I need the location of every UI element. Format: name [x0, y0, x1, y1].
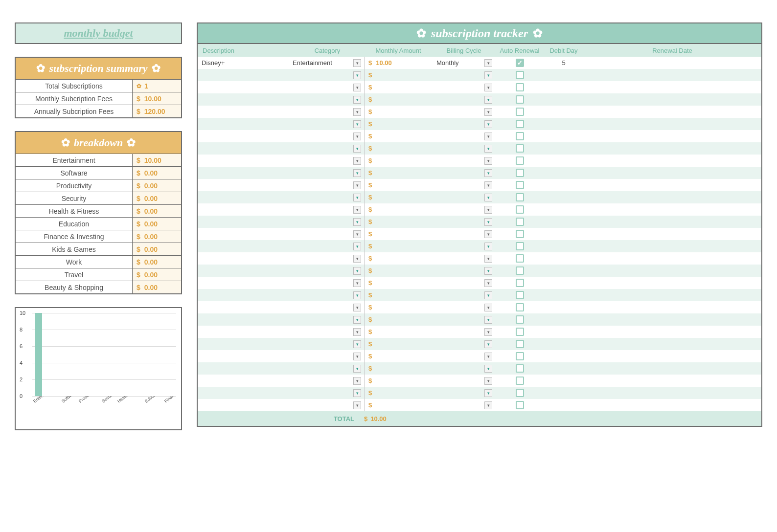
cell-amount[interactable]: $10.00 [364, 57, 433, 69]
checkbox[interactable] [516, 352, 524, 360]
cell-auto-renewal[interactable] [495, 81, 544, 93]
chevron-down-icon[interactable]: ▾ [484, 181, 492, 189]
cell-renewal-date[interactable] [583, 265, 761, 277]
cell-debit-day[interactable] [544, 118, 583, 130]
chevron-down-icon[interactable]: ▾ [353, 194, 361, 201]
cell-billing[interactable]: ▾ [433, 203, 495, 216]
cell-debit-day[interactable] [544, 179, 583, 191]
cell-renewal-date[interactable] [583, 375, 761, 387]
cell-billing[interactable]: ▾ [433, 167, 495, 179]
cell-renewal-date[interactable] [583, 69, 761, 81]
cell-debit-day[interactable] [544, 106, 583, 118]
cell-category[interactable]: ▾ [291, 203, 364, 216]
cell-auto-renewal[interactable] [495, 167, 544, 179]
cell-description[interactable]: Disney+ [198, 57, 291, 69]
cell-amount[interactable]: $ [364, 399, 433, 411]
cell-debit-day[interactable]: 5 [544, 57, 583, 69]
cell-amount[interactable]: $ [364, 326, 433, 338]
chevron-down-icon[interactable]: ▾ [484, 328, 492, 336]
cell-billing[interactable]: ▾ [433, 191, 495, 203]
chevron-down-icon[interactable]: ▾ [353, 84, 361, 91]
cell-category[interactable]: ▾ [291, 216, 364, 228]
chevron-down-icon[interactable]: ▾ [484, 120, 492, 128]
chevron-down-icon[interactable]: ▾ [484, 401, 492, 409]
chevron-down-icon[interactable]: ▾ [484, 255, 492, 263]
cell-category[interactable]: ▾ [291, 301, 364, 313]
cell-renewal-date[interactable] [583, 228, 761, 240]
cell-billing[interactable]: ▾ [433, 155, 495, 167]
cell-renewal-date[interactable] [583, 81, 761, 93]
cell-renewal-date[interactable] [583, 179, 761, 191]
chevron-down-icon[interactable]: ▾ [484, 84, 492, 91]
checkbox[interactable] [516, 242, 524, 250]
cell-description[interactable] [198, 93, 291, 106]
cell-description[interactable] [198, 179, 291, 191]
cell-category[interactable]: ▾ [291, 142, 364, 155]
cell-billing[interactable]: ▾ [433, 93, 495, 106]
cell-billing[interactable]: ▾ [433, 118, 495, 130]
cell-description[interactable] [198, 387, 291, 399]
cell-renewal-date[interactable] [583, 240, 761, 252]
chevron-down-icon[interactable]: ▾ [353, 389, 361, 397]
cell-category[interactable]: ▾ [291, 265, 364, 277]
cell-billing[interactable]: ▾ [433, 106, 495, 118]
cell-auto-renewal[interactable] [495, 130, 544, 142]
cell-auto-renewal[interactable] [495, 155, 544, 167]
cell-category[interactable]: ▾ [291, 387, 364, 399]
chevron-down-icon[interactable]: ▾ [353, 120, 361, 128]
checkbox[interactable] [516, 132, 524, 140]
cell-amount[interactable]: $ [364, 130, 433, 142]
cell-auto-renewal[interactable] [495, 106, 544, 118]
cell-debit-day[interactable] [544, 130, 583, 142]
cell-amount[interactable]: $ [364, 387, 433, 399]
chevron-down-icon[interactable]: ▾ [353, 267, 361, 275]
cell-description[interactable] [198, 191, 291, 203]
cell-amount[interactable]: $ [364, 350, 433, 362]
cell-debit-day[interactable] [544, 338, 583, 350]
chevron-down-icon[interactable]: ▾ [353, 316, 361, 324]
cell-debit-day[interactable] [544, 313, 583, 326]
cell-debit-day[interactable] [544, 93, 583, 106]
cell-category[interactable]: ▾ [291, 375, 364, 387]
cell-billing[interactable]: ▾ [433, 142, 495, 155]
cell-billing[interactable]: ▾ [433, 252, 495, 265]
cell-debit-day[interactable] [544, 167, 583, 179]
cell-billing[interactable]: ▾ [433, 326, 495, 338]
checkbox[interactable] [516, 364, 524, 373]
chevron-down-icon[interactable]: ▾ [484, 230, 492, 238]
cell-description[interactable] [198, 375, 291, 387]
cell-debit-day[interactable] [544, 216, 583, 228]
checkbox[interactable] [516, 315, 524, 324]
cell-debit-day[interactable] [544, 387, 583, 399]
cell-debit-day[interactable] [544, 265, 583, 277]
cell-description[interactable] [198, 313, 291, 326]
cell-amount[interactable]: $ [364, 142, 433, 155]
cell-description[interactable] [198, 203, 291, 216]
cell-renewal-date[interactable] [583, 252, 761, 265]
cell-auto-renewal[interactable] [495, 57, 544, 69]
checkbox[interactable] [516, 266, 524, 275]
cell-amount[interactable]: $ [364, 216, 433, 228]
chevron-down-icon[interactable]: ▾ [353, 353, 361, 360]
cell-category[interactable]: ▾ [291, 118, 364, 130]
cell-debit-day[interactable] [544, 81, 583, 93]
chevron-down-icon[interactable]: ▾ [484, 316, 492, 324]
cell-amount[interactable]: $ [364, 106, 433, 118]
cell-renewal-date[interactable] [583, 57, 761, 69]
cell-debit-day[interactable] [544, 252, 583, 265]
chevron-down-icon[interactable]: ▾ [353, 377, 361, 385]
cell-description[interactable] [198, 252, 291, 265]
cell-billing[interactable]: ▾ [433, 277, 495, 289]
checkbox[interactable] [516, 303, 524, 311]
chevron-down-icon[interactable]: ▾ [353, 279, 361, 287]
cell-billing[interactable]: Monthly▾ [433, 57, 495, 69]
cell-amount[interactable]: $ [364, 81, 433, 93]
chevron-down-icon[interactable]: ▾ [353, 181, 361, 189]
cell-amount[interactable]: $ [364, 313, 433, 326]
cell-auto-renewal[interactable] [495, 326, 544, 338]
cell-category[interactable]: Entertainment▾ [291, 57, 364, 69]
cell-auto-renewal[interactable] [495, 228, 544, 240]
cell-amount[interactable]: $ [364, 93, 433, 106]
cell-amount[interactable]: $ [364, 265, 433, 277]
cell-description[interactable] [198, 142, 291, 155]
